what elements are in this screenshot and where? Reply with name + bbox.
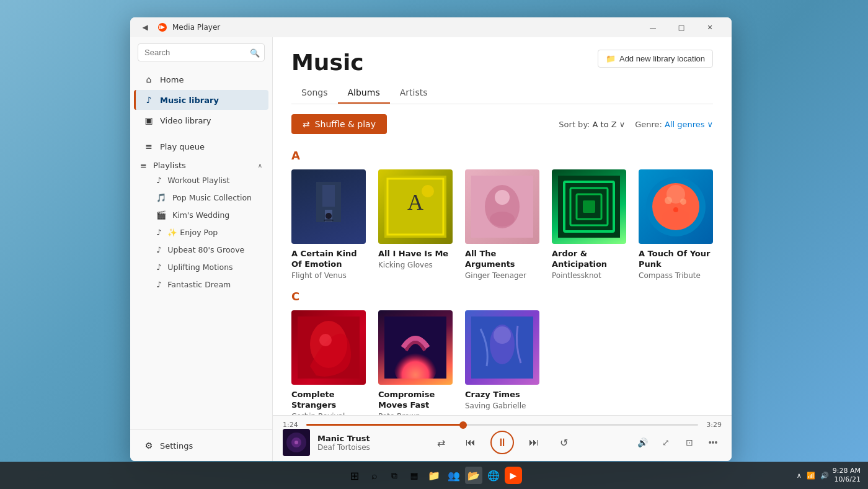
chevron-up-icon[interactable]: ∧	[797, 472, 802, 480]
volume-button[interactable]: 🔊	[634, 434, 651, 451]
sidebar-item-pop-music[interactable]: 🎵 Pop Music Collection	[140, 189, 268, 206]
playlist-icon-workout: ♪	[156, 176, 161, 185]
svg-rect-4	[322, 185, 335, 207]
album-card-complete-strangers[interactable]: Complete Strangers Corbin Revival	[291, 310, 366, 415]
progress-bar[interactable]	[306, 424, 698, 426]
shuffle-label: Shuffle & play	[315, 119, 376, 129]
taskbar-explorer-button[interactable]: 📁	[425, 467, 443, 484]
taskbar-time-display: 9:28 AM	[833, 467, 861, 475]
taskbar-center: ⊞ ⌕ ⧉ ▦ 📁 👥 📂 🌐 ▶	[346, 467, 522, 484]
toolbar-right: Sort by: A to Z ∨ Genre: All genres ∨	[559, 120, 713, 129]
shuffle-button[interactable]: ⇄	[431, 433, 451, 452]
sidebar-item-fantastic[interactable]: ♪ Fantastic Dream	[140, 276, 268, 293]
sidebar-item-settings[interactable]: ⚙ Settings	[134, 436, 268, 455]
sidebar-item-workout[interactable]: ♪ Workout Playlist	[140, 172, 268, 189]
taskbar-widgets-button[interactable]: ▦	[405, 467, 423, 484]
tab-artists[interactable]: Artists	[390, 83, 438, 104]
shuffle-play-button[interactable]: ⇄ Shuffle & play	[291, 114, 387, 134]
sidebar-bottom: ⚙ Settings	[130, 429, 272, 461]
add-library-label: Add new library location	[619, 54, 705, 63]
playlist-label-pop: Pop Music Collection	[172, 193, 252, 202]
taskbar-search-button[interactable]: ⌕	[366, 467, 383, 484]
progress-thumb	[459, 421, 467, 429]
sort-dropdown[interactable]: Sort by: A to Z ∨	[559, 120, 625, 129]
next-button[interactable]: ⏭	[524, 433, 544, 452]
album-card-all-arguments[interactable]: All The Arguments Ginger Teenager	[465, 169, 539, 280]
album-card-compromise[interactable]: Compromise Moves Fast Pete Brown	[378, 310, 453, 415]
now-playing-bar: 1:24 3:29	[273, 415, 732, 461]
album-card-all-i-have[interactable]: A All I Have Is Me Kicking Gloves	[378, 169, 453, 280]
prev-button[interactable]: ⏮	[461, 433, 480, 452]
sidebar-item-upbeat[interactable]: ♪ Upbeat 80's Groove	[140, 241, 268, 258]
total-time: 3:29	[704, 421, 722, 429]
sidebar-item-play-queue[interactable]: ≡ Play queue	[134, 137, 268, 156]
taskbar-files-button[interactable]: 📂	[465, 467, 482, 484]
sidebar-item-video-label: Video library	[160, 116, 211, 125]
close-button[interactable]: ✕	[696, 17, 724, 37]
search-container: 🔍	[138, 43, 265, 61]
search-input[interactable]	[138, 43, 265, 61]
taskbar-media-button[interactable]: ▶	[505, 467, 522, 484]
sort-value: A to Z	[593, 120, 617, 129]
playlists-icon: ≡	[140, 161, 147, 170]
expand-button[interactable]: ⤢	[657, 434, 675, 451]
tab-albums[interactable]: Albums	[338, 83, 390, 104]
svg-point-27	[673, 207, 678, 212]
sidebar-item-kims-wedding[interactable]: 🎬 Kim's Wedding	[140, 207, 268, 223]
maximize-button[interactable]: □	[667, 17, 696, 37]
back-button[interactable]: ◀	[138, 20, 153, 35]
progress-fill	[306, 424, 463, 426]
taskbar-clock[interactable]: 9:28 AM 10/6/21	[833, 467, 861, 485]
album-art-crazy-times	[465, 310, 539, 385]
playlists-collapse-icon: ∧	[258, 162, 262, 169]
playlists-section-header[interactable]: ≡ Playlists ∧	[130, 157, 272, 171]
tab-songs[interactable]: Songs	[291, 83, 338, 104]
album-art-compromise	[378, 310, 453, 385]
app-body: 🔍 ⌂ Home ♪ Music library ▣ Video library	[130, 37, 732, 461]
sidebar-item-video-library[interactable]: ▣ Video library	[134, 110, 268, 130]
album-title-touch-punk: A Touch Of Your Punk	[639, 249, 713, 270]
settings-label: Settings	[160, 441, 193, 451]
album-card-a-certain-kind[interactable]: A Certain Kind Of Emotion Flight of Venu…	[291, 169, 366, 280]
taskbar-start-button[interactable]: ⊞	[346, 467, 363, 484]
svg-point-39	[294, 441, 298, 444]
taskbar-taskview-button[interactable]: ⧉	[386, 467, 403, 484]
miniplayer-button[interactable]: ⊡	[681, 434, 698, 451]
svg-point-30	[319, 334, 332, 346]
album-card-ardor[interactable]: Ardor & Anticipation Pointlessknot	[552, 169, 626, 280]
taskbar-edge-button[interactable]: 🌐	[485, 467, 502, 484]
playlist-icon-upbeat: ♪	[156, 245, 161, 254]
add-library-button[interactable]: 📁 Add new library location	[598, 50, 713, 68]
sidebar-item-music-library[interactable]: ♪ Music library	[134, 90, 268, 110]
playlist-label-uplifting: Uplifting Motions	[167, 262, 232, 272]
pause-button[interactable]: ⏸	[490, 431, 514, 454]
genre-dropdown[interactable]: Genre: All genres ∨	[635, 120, 713, 129]
page-title: Music	[291, 50, 364, 75]
more-button[interactable]: •••	[704, 434, 722, 451]
album-title-ardor: Ardor & Anticipation	[552, 249, 626, 270]
section-c: C	[291, 290, 713, 303]
minimize-button[interactable]: —	[639, 17, 667, 37]
album-artist-ardor: Pointlessknot	[552, 271, 626, 280]
main-toolbar: ⇄ Shuffle & play Sort by: A to Z ∨ Genre…	[273, 104, 732, 139]
sidebar-item-uplifting[interactable]: ♪ Uplifting Motions	[140, 259, 268, 276]
sidebar-nav: ⌂ Home ♪ Music library ▣ Video library ≡	[130, 66, 272, 429]
svg-rect-2	[159, 25, 161, 29]
albums-area: A A Certain Kin	[273, 139, 732, 415]
volume-icon[interactable]: 🔊	[820, 472, 829, 480]
sidebar-item-home[interactable]: ⌂ Home	[134, 70, 268, 89]
album-card-touch-punk[interactable]: A Touch Of Your Punk Compass Tribute	[639, 169, 713, 280]
sidebar-item-enjoy-pop[interactable]: ♪ ✨ Enjoy Pop	[140, 224, 268, 241]
section-a: A	[291, 149, 713, 162]
svg-text:A: A	[407, 190, 423, 215]
album-card-crazy-times[interactable]: Crazy Times Saving Gabrielle	[465, 310, 539, 415]
playlist-icon-enjoy: ♪	[156, 228, 161, 237]
playlist-icon-fantastic: ♪	[156, 280, 161, 289]
sort-label: Sort by:	[559, 120, 590, 129]
album-title-all-arguments: All The Arguments	[465, 249, 539, 270]
title-bar: ◀ Media Player — □ ✕	[130, 17, 732, 37]
repeat-button[interactable]: ↺	[554, 433, 574, 452]
svg-point-11	[422, 185, 434, 197]
taskbar-teams-button[interactable]: 👥	[445, 467, 463, 484]
playlist-label-workout: Workout Playlist	[167, 176, 229, 185]
